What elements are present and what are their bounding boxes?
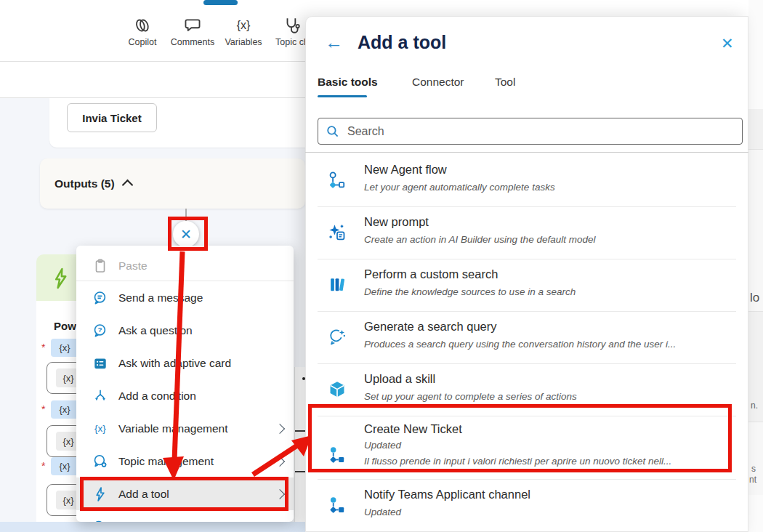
menu-item-add-condition[interactable]: Add a condition xyxy=(76,379,294,412)
paste-icon xyxy=(92,258,108,274)
variables-icon: {x} xyxy=(217,16,270,35)
custom-search-icon xyxy=(328,275,347,294)
tool-title: Upload a skill xyxy=(364,372,435,386)
flow-connector-line xyxy=(185,209,187,221)
add-tool-bolt-icon xyxy=(92,486,108,502)
toolbar-item-label: Variables xyxy=(217,37,270,47)
invia-ticket-button[interactable]: Invia Ticket xyxy=(67,103,157,132)
search-icon xyxy=(326,124,340,139)
power-automate-bolt-icon xyxy=(51,267,71,292)
submenu-chevron-icon xyxy=(275,456,285,466)
menu-item-ask-question[interactable]: ? Ask a question xyxy=(76,314,294,347)
flow-icon xyxy=(328,446,347,464)
submenu-chevron-icon xyxy=(275,521,285,522)
menu-item-label: Send a message xyxy=(118,291,283,305)
tool-item-new-prompt[interactable]: New prompt Create an action in AI Builde… xyxy=(318,207,736,259)
invia-ticket-label: Invia Ticket xyxy=(82,112,141,124)
tool-title: Create New Ticket xyxy=(364,422,462,436)
tool-title: Generate a search query xyxy=(364,320,497,334)
menu-item-topic-management[interactable]: Topic management xyxy=(76,445,294,477)
comments-icon xyxy=(166,16,219,35)
menu-item-label: Ask a question xyxy=(118,324,283,337)
tool-subtitle: Set up your agent to complete a series o… xyxy=(364,391,577,402)
menu-item-label: Paste xyxy=(118,259,283,273)
active-tab-indicator xyxy=(203,0,238,5)
variable-chip: {x} xyxy=(51,400,78,419)
send-message-icon xyxy=(92,290,108,306)
tool-title: Perform a custom search xyxy=(364,267,498,281)
tab-tool[interactable]: Tool xyxy=(495,76,515,89)
tool-badge: Updated xyxy=(364,440,401,451)
tool-subtitle: Produces a search query using the conver… xyxy=(364,339,676,350)
back-arrow-icon[interactable]: ← xyxy=(325,33,343,52)
canvas-context-menu: Paste Send a message ? Ask a question xyxy=(76,246,294,522)
menu-item-add-a-tool[interactable]: Add a tool xyxy=(76,477,294,510)
agent-flow-icon xyxy=(328,171,347,190)
copilot-studio-screen: Copilot Comments {x} Variables Topic ch … xyxy=(0,0,763,532)
tool-item-upload-skill[interactable]: Upload a skill Set up your agent to comp… xyxy=(318,364,736,416)
panel-close-icon[interactable]: ✕ xyxy=(721,35,734,52)
tool-search-box[interactable] xyxy=(318,118,743,145)
svg-text:?: ? xyxy=(97,326,102,334)
close-icon: ✕ xyxy=(180,226,192,243)
tool-list: New Agent flow Let your agent automatica… xyxy=(305,155,748,532)
toolbar-item-variables[interactable]: {x} Variables xyxy=(217,16,270,47)
menu-item-partial[interactable] xyxy=(76,510,294,522)
variable-chip: {x} xyxy=(51,457,78,475)
menu-item-label: Topic management xyxy=(118,455,276,468)
toolbar-item-label: Copilot xyxy=(116,37,169,47)
tool-title: New prompt xyxy=(364,215,429,229)
menu-item-label: Ask with adaptive card xyxy=(118,357,283,370)
text-fragment: s xyxy=(751,464,756,474)
tool-title: Notify Teams Applicant channel xyxy=(364,488,530,501)
tool-badge: Updated xyxy=(364,507,401,517)
text-fragment: nt xyxy=(749,475,756,485)
canvas-bottom-strip xyxy=(0,522,305,532)
prompt-icon xyxy=(328,223,347,242)
adaptive-card-icon xyxy=(92,355,108,371)
menu-item-label: Add a condition xyxy=(118,390,283,403)
required-mark: * xyxy=(41,403,45,415)
submenu-chevron-icon xyxy=(275,423,285,433)
tool-title: New Agent flow xyxy=(364,163,447,177)
search-input[interactable] xyxy=(346,124,712,139)
skill-cube-icon xyxy=(328,380,347,399)
tool-item-custom-search[interactable]: Perform a custom search Define the knowl… xyxy=(318,259,736,312)
search-query-icon xyxy=(328,328,347,347)
required-mark: * xyxy=(41,342,45,353)
variable-chip: {x} xyxy=(51,339,78,357)
copilot-icon xyxy=(116,16,169,35)
flow-icon xyxy=(328,496,347,515)
tool-item-create-new-ticket[interactable]: Create New Ticket Updated Il flusso pren… xyxy=(318,416,736,480)
toolbar-item-copilot[interactable]: Copilot xyxy=(116,16,169,47)
partial-menu-icon xyxy=(92,519,108,523)
close-add-node[interactable]: ✕ xyxy=(173,221,199,247)
tool-subtitle: Create an action in AI Builder using the… xyxy=(364,234,595,245)
menu-item-paste[interactable]: Paste xyxy=(76,251,294,281)
menu-item-send-message[interactable]: Send a message xyxy=(76,281,294,314)
outputs-section[interactable]: Outputs (5) xyxy=(40,158,305,209)
menu-item-label: Add a tool xyxy=(118,488,276,501)
tool-subtitle: Define the knowledge sources to use in a… xyxy=(364,286,576,297)
panel-divider xyxy=(305,152,748,153)
text-fragment: n. xyxy=(751,400,758,411)
tab-connector[interactable]: Connector xyxy=(412,76,464,89)
text-fragment: lo xyxy=(750,291,759,305)
tool-item-notify-teams[interactable]: Notify Teams Applicant channel Updated xyxy=(318,480,736,532)
tab-basic-tools[interactable]: Basic tools xyxy=(318,76,378,89)
tool-subtitle: Let your agent automatically complete ta… xyxy=(364,182,555,193)
menu-item-ask-adaptive-card[interactable]: Ask with adaptive card xyxy=(76,347,294,379)
variable-management-icon: {x} xyxy=(92,421,108,437)
menu-item-variable-management[interactable]: {x} Variable management xyxy=(76,412,294,445)
outputs-label: Outputs (5) xyxy=(54,177,115,190)
tool-item-new-agent-flow[interactable]: New Agent flow Let your agent automatica… xyxy=(318,155,736,207)
topic-management-icon xyxy=(92,454,108,469)
panel-title: Add a tool xyxy=(358,32,446,53)
tool-item-search-query[interactable]: Generate a search query Produces a searc… xyxy=(318,312,736,364)
power-label-fragment: Pow xyxy=(54,320,76,332)
active-tab-underline xyxy=(318,95,367,97)
menu-item-label: Variable management xyxy=(118,422,276,435)
condition-icon xyxy=(92,388,108,404)
ask-question-icon: ? xyxy=(92,323,108,339)
toolbar-item-comments[interactable]: Comments xyxy=(166,16,219,47)
